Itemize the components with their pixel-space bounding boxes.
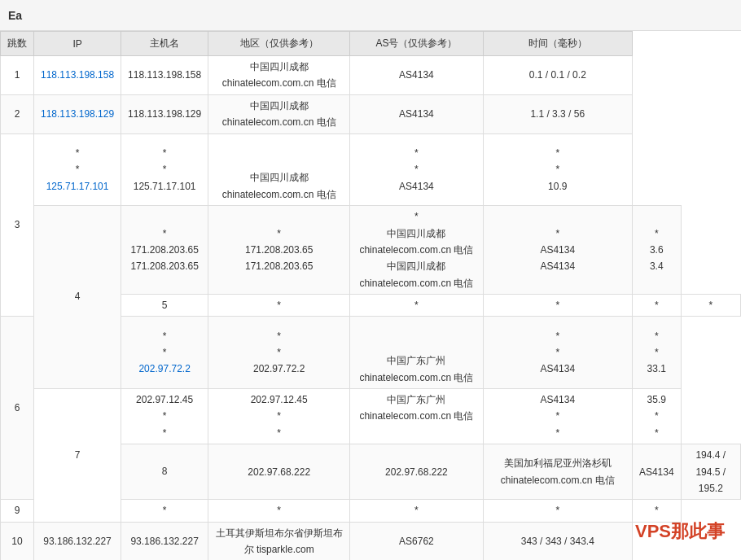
column-header: 主机名: [121, 32, 208, 56]
ip-cell: 202.97.68.222: [208, 444, 350, 500]
top-bar: Ea: [0, 0, 741, 31]
hop-number: 6: [1, 317, 34, 500]
traceroute-table: 跳数IP主机名地区（仅供参考）AS号（仅供参考）时间（毫秒） 1118.113.…: [0, 31, 741, 560]
ip-cell: **202.97.72.2: [121, 317, 208, 389]
asn-cell: *: [632, 295, 681, 317]
region-cell: *中国四川成都 chinatelecom.com.cn 电信中国四川成都 chi…: [350, 206, 483, 295]
ip-cell: *: [121, 500, 208, 522]
region-cell: 美国加利福尼亚州洛杉矶 chinatelecom.com.cn 电信: [483, 444, 632, 500]
time-cell: *: [632, 500, 681, 522]
hop-number: 2: [1, 94, 34, 133]
ip-cell: *171.208.203.65171.208.203.65: [121, 206, 208, 295]
table-row: 7202.97.12.45**202.97.12.45**中国广东广州 chin…: [1, 389, 741, 444]
ip-cell: **125.71.17.101: [34, 133, 121, 206]
region-cell: 土耳其伊斯坦布尔省伊斯坦布尔 tisparkle.com: [208, 522, 350, 560]
hop-number: 8: [121, 444, 208, 500]
table-row: 3**125.71.17.101**125.71.17.101中国四川成都 ch…: [1, 133, 741, 206]
ip-cell: 202.97.12.45**: [121, 389, 208, 444]
time-cell: 194.4 / 194.5 / 195.2: [681, 444, 740, 500]
hop-number: 5: [121, 295, 208, 317]
hop-number: 3: [1, 133, 34, 317]
asn-cell: AS4134: [632, 444, 681, 500]
table-body: 1118.113.198.158118.113.198.158中国四川成都 ch…: [1, 56, 741, 561]
region-cell: 中国四川成都 chinatelecom.com.cn 电信: [208, 133, 350, 206]
ip-cell: 93.186.132.227: [34, 522, 121, 560]
asn-cell: **AS4134: [350, 133, 483, 206]
column-header: IP: [34, 32, 121, 56]
ip-link[interactable]: 125.71.17.101: [46, 181, 109, 192]
ip-cell: *: [208, 295, 350, 317]
region-cell: 中国四川成都 chinatelecom.com.cn 电信: [208, 56, 350, 95]
hostname-cell: *171.208.203.65171.208.203.65: [208, 206, 350, 295]
ip-link[interactable]: 202.97.72.2: [138, 363, 190, 374]
table-row: 1118.113.198.158118.113.198.158中国四川成都 ch…: [1, 56, 741, 95]
ip-link[interactable]: 118.113.198.158: [41, 69, 114, 81]
column-header: 时间（毫秒）: [483, 32, 632, 56]
column-header: 地区（仅供参考）: [208, 32, 350, 56]
time-cell: *3.63.4: [632, 206, 681, 295]
hop-number: 9: [1, 500, 34, 522]
region-cell: 中国广东广州 chinatelecom.com.cn 电信: [350, 389, 483, 444]
region-cell: 中国广东广州 chinatelecom.com.cn 电信: [350, 317, 483, 389]
region-cell: 中国四川成都 chinatelecom.com.cn 电信: [208, 94, 350, 133]
asn-cell: AS4134**: [483, 389, 632, 444]
time-cell: 343 / 343 / 343.4: [483, 522, 632, 560]
hostname-cell: *: [208, 500, 350, 522]
table-row: 4*171.208.203.65171.208.203.65*171.208.2…: [1, 206, 741, 295]
time-cell: 0.1 / 0.1 / 0.2: [483, 56, 632, 95]
hop-number: 1: [1, 56, 34, 95]
region-cell: *: [483, 295, 632, 317]
time-cell: 1.1 / 3.3 / 56: [483, 94, 632, 133]
hop-number: 7: [34, 389, 121, 523]
table-row: 1093.186.132.22793.186.132.227土耳其伊斯坦布尔省伊…: [1, 522, 741, 560]
hostname-cell: 118.113.198.158: [121, 56, 208, 95]
asn-cell: **AS4134: [483, 317, 632, 389]
ip-link[interactable]: 118.113.198.129: [41, 108, 114, 120]
asn-cell: *AS4134AS4134: [483, 206, 632, 295]
asn-cell: *: [483, 500, 632, 522]
hostname-cell: 202.97.68.222: [350, 444, 483, 500]
hop-number: 10: [1, 522, 34, 560]
hostname-cell: 202.97.12.45**: [208, 389, 350, 444]
time-cell: *: [681, 295, 740, 317]
ip-cell: 118.113.198.129: [34, 94, 121, 133]
time-cell: **33.1: [632, 317, 681, 389]
top-bar-title: Ea: [8, 9, 22, 22]
column-header: AS号（仅供参考）: [350, 32, 483, 56]
hostname-cell: 93.186.132.227: [121, 522, 208, 560]
asn-cell: AS6762: [350, 522, 483, 560]
hostname-cell: *: [350, 295, 483, 317]
column-header: 跳数: [1, 32, 34, 56]
ip-cell: 118.113.198.158: [34, 56, 121, 95]
hop-number: 4: [34, 206, 121, 389]
hostname-cell: 118.113.198.129: [121, 94, 208, 133]
hostname-cell: **125.71.17.101: [121, 133, 208, 206]
table-row: 2118.113.198.129118.113.198.129中国四川成都 ch…: [1, 94, 741, 133]
time-cell: 35.9**: [632, 389, 681, 444]
time-cell: **10.9: [483, 133, 632, 206]
table-header: 跳数IP主机名地区（仅供参考）AS号（仅供参考）时间（毫秒）: [1, 32, 741, 56]
asn-cell: AS4134: [350, 56, 483, 95]
region-cell: *: [350, 500, 483, 522]
asn-cell: AS4134: [350, 94, 483, 133]
hostname-cell: **202.97.72.2: [208, 317, 350, 389]
